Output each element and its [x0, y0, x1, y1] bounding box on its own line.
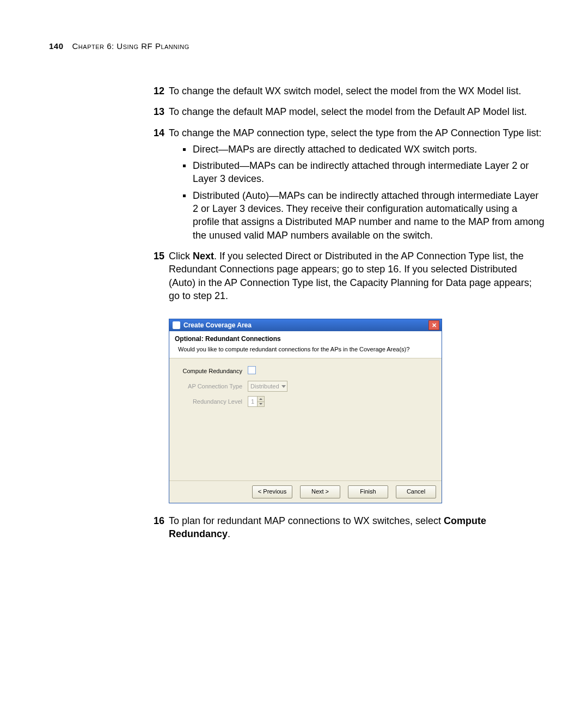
step-text: To change the default MAP model, select … — [169, 105, 544, 118]
step-list: 12 To change the default WX switch model… — [152, 84, 544, 541]
step-text: To plan for redundant MAP connections to… — [169, 514, 544, 541]
step-16: 16 To plan for redundant MAP connections… — [152, 514, 544, 541]
dialog-header: Optional: Redundant Connections Would yo… — [169, 331, 442, 358]
spinner-down-button[interactable] — [258, 402, 264, 407]
step-number: 13 — [148, 105, 164, 118]
next-button[interactable]: Next > — [300, 485, 340, 498]
label-ap-connection-type: AP Connection Type — [177, 382, 248, 391]
step-number: 16 — [148, 514, 164, 527]
app-icon — [173, 321, 180, 329]
step-15-bold: Next — [193, 251, 214, 261]
dialog-title: Create Coverage Area — [183, 321, 252, 330]
step-number: 12 — [148, 84, 164, 98]
step-15-pre: Click — [169, 251, 193, 261]
redundancy-level-value: 1 — [248, 397, 257, 406]
dialog-header-title: Optional: Redundant Connections — [175, 334, 436, 343]
step-15: 15 Click Next. If you selected Direct or… — [152, 249, 544, 302]
create-coverage-area-dialog: Create Coverage Area ✕ Optional: Redunda… — [169, 319, 442, 503]
close-icon[interactable]: ✕ — [428, 320, 439, 330]
chevron-down-icon — [281, 385, 286, 388]
step-15-post: . If you selected Direct or Distributed … — [169, 251, 532, 301]
page-number: 140 — [49, 41, 64, 51]
chevron-down-icon — [259, 403, 262, 405]
chevron-up-icon — [259, 398, 262, 400]
bullet-distributed: Distributed—MAPs can be indirectly attac… — [181, 159, 544, 186]
previous-button[interactable]: < Previous — [252, 485, 292, 498]
running-header: 140 Chapter 6: Using RF Planning — [49, 41, 539, 51]
row-redundancy-level: Redundancy Level 1 — [177, 396, 434, 407]
compute-redundancy-checkbox[interactable] — [248, 366, 256, 374]
step-text: Click Next. If you selected Direct or Di… — [169, 249, 544, 302]
step-text: To change the default WX switch model, s… — [169, 84, 544, 98]
cancel-button[interactable]: Cancel — [396, 485, 436, 498]
step-14: 14 To change the MAP connection type, se… — [152, 126, 544, 242]
redundancy-level-spinner[interactable]: 1 — [248, 396, 265, 407]
bullet-direct: Direct—MAPs are directly attached to ded… — [181, 143, 544, 156]
step-16-pre: To plan for redundant MAP connections to… — [169, 515, 444, 526]
ap-connection-type-value: Distributed — [250, 382, 279, 391]
step-number: 15 — [148, 249, 164, 263]
step-number: 14 — [148, 126, 164, 139]
chapter-title: Chapter 6: Using RF Planning — [72, 41, 189, 51]
ap-connection-type-dropdown[interactable]: Distributed — [248, 381, 287, 392]
dialog-body: Compute Redundancy AP Connection Type Di… — [169, 358, 442, 480]
step-12: 12 To change the default WX switch model… — [152, 84, 544, 98]
dialog-titlebar: Create Coverage Area ✕ — [169, 319, 442, 331]
bullet-distributed-auto: Distributed (Auto)—MAPs can be indirectl… — [181, 189, 544, 242]
step-14-bullets: Direct—MAPs are directly attached to ded… — [181, 143, 544, 242]
label-compute-redundancy: Compute Redundancy — [177, 367, 248, 375]
page: 140 Chapter 6: Using RF Planning 12 To c… — [0, 0, 588, 706]
step-13: 13 To change the default MAP model, sele… — [152, 105, 544, 118]
dialog-container: Create Coverage Area ✕ Optional: Redunda… — [152, 319, 544, 503]
dialog-header-desc: Would you like to compute redundant conn… — [175, 345, 436, 354]
content-area: 12 To change the default WX switch model… — [152, 84, 544, 541]
finish-button[interactable]: Finish — [348, 485, 388, 498]
dialog-footer: < Previous Next > Finish Cancel — [169, 480, 442, 503]
spinner-up-button[interactable] — [258, 397, 264, 402]
label-redundancy-level: Redundancy Level — [177, 398, 248, 406]
step-text: To change the MAP connection type, selec… — [169, 126, 544, 139]
row-compute-redundancy: Compute Redundancy — [177, 366, 434, 376]
step-16-post: . — [228, 528, 230, 539]
row-ap-connection-type: AP Connection Type Distributed — [177, 381, 434, 392]
